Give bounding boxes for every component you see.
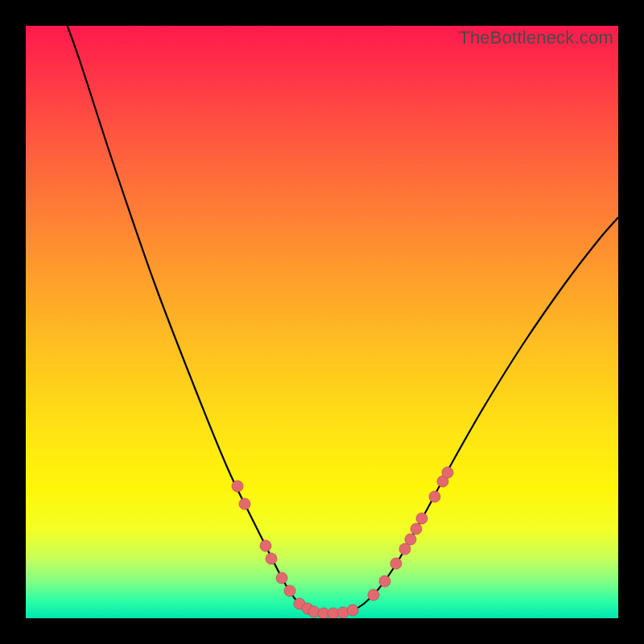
- data-marker: [266, 553, 277, 564]
- data-marker: [429, 491, 440, 502]
- data-marker: [399, 543, 411, 555]
- chart-outer-frame: TheBottleneck.com: [0, 0, 644, 644]
- data-marker: [442, 467, 453, 478]
- markers-group: [232, 467, 453, 618]
- data-marker: [379, 576, 390, 587]
- data-marker: [416, 513, 427, 524]
- data-marker: [347, 605, 358, 616]
- data-marker: [276, 572, 287, 584]
- data-marker: [390, 558, 402, 569]
- data-marker: [260, 540, 271, 551]
- data-marker: [284, 585, 295, 597]
- plot-area: TheBottleneck.com: [26, 26, 618, 618]
- data-marker: [411, 523, 422, 535]
- data-marker: [232, 481, 243, 492]
- data-marker: [368, 589, 379, 601]
- data-marker: [405, 534, 416, 545]
- chart-svg: [26, 26, 618, 618]
- bottleneck-curve: [61, 26, 618, 614]
- data-marker: [239, 498, 250, 510]
